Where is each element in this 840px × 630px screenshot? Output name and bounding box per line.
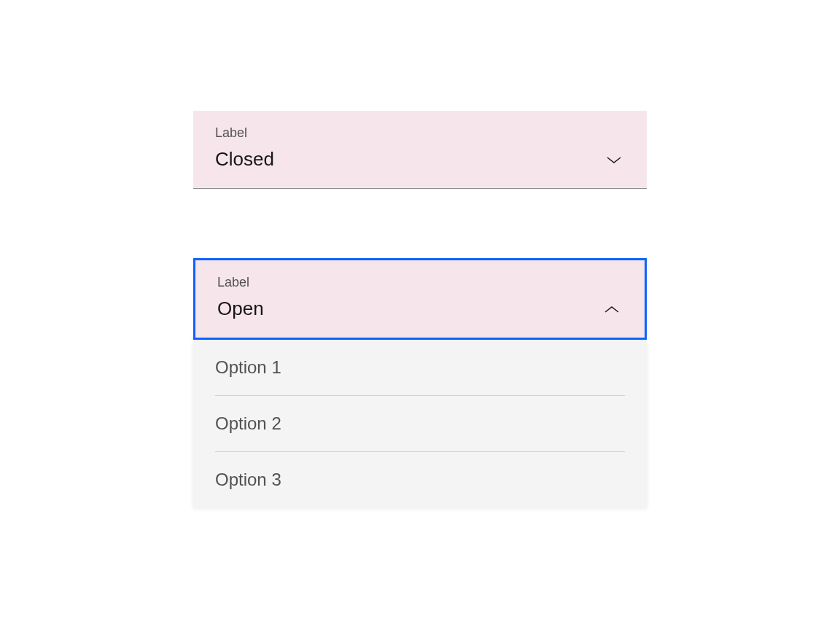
- combobox-closed[interactable]: Label Closed: [193, 111, 647, 189]
- listbox-option-3[interactable]: Option 3: [215, 452, 625, 508]
- combobox-value-row: Closed: [215, 148, 625, 171]
- chevron-up-icon: [604, 304, 620, 314]
- listbox-option-2[interactable]: Option 2: [215, 396, 625, 452]
- listbox-option-1[interactable]: Option 1: [215, 340, 625, 396]
- dropdown-open: Label Open Option 1 Option 2 Option 3: [193, 258, 647, 508]
- combobox-open[interactable]: Label Open: [193, 258, 647, 340]
- combobox-value-row: Open: [217, 298, 623, 320]
- combobox-value: Open: [217, 298, 264, 320]
- combobox-label: Label: [215, 125, 625, 141]
- dropdown-closed: Label Closed: [193, 111, 647, 189]
- combobox-value: Closed: [215, 148, 274, 171]
- combobox-label: Label: [217, 275, 623, 290]
- chevron-down-icon: [606, 155, 622, 165]
- listbox: Option 1 Option 2 Option 3: [193, 340, 647, 508]
